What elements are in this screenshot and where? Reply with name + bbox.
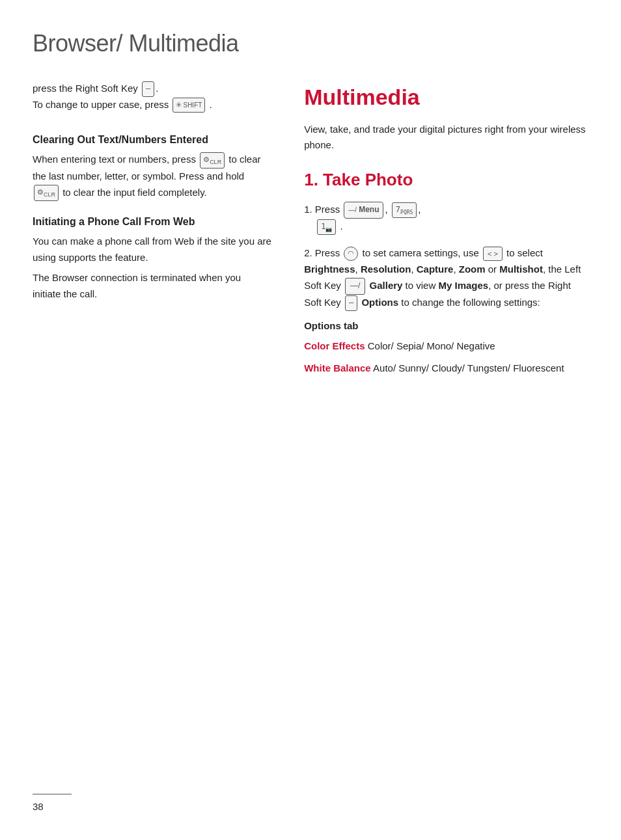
color-effects-values: Color/ Sepia/ Mono/ Negative	[368, 340, 495, 351]
step2-intro: 2. Press	[304, 247, 342, 258]
left-column: press the Right Soft Key —. To change to…	[33, 81, 297, 386]
section2-heading: Initiating a Phone Call From Web	[33, 214, 271, 230]
footer-left: 38	[33, 794, 72, 815]
white-balance-values: Auto/ Sunny/ Cloudy/ Tungsten/ Fluoresce…	[373, 362, 564, 373]
color-effects-label: Color Effects	[304, 340, 365, 351]
gallery-label: Gallery	[370, 280, 403, 291]
step2-text1: to set camera settings, use	[363, 247, 482, 258]
right-column: Multimedia View, take, and trade your di…	[297, 81, 588, 386]
gallery-soft-key-icon: —/	[345, 278, 365, 295]
options-soft-key-icon: —	[345, 295, 357, 311]
two-column-layout: press the Right Soft Key —. To change to…	[33, 81, 588, 386]
options-label: Options	[361, 297, 398, 308]
right-soft-key-icon: —	[142, 81, 154, 96]
clr-icon-2: ⚙CLR	[34, 185, 59, 201]
circle-up-icon: ◠	[344, 247, 358, 261]
multimedia-title: Multimedia	[304, 81, 588, 114]
color-effects-row: Color Effects Color/ Sepia/ Mono/ Negati…	[304, 338, 588, 355]
footer-line	[33, 794, 72, 794]
shift-icon: ✳ SHIFT	[172, 98, 205, 113]
section1-heading: Clearing Out Text/Numbers Entered	[33, 132, 271, 148]
clr-icon-1: ⚙CLR	[200, 152, 225, 169]
step1-number: 1. Press	[304, 204, 342, 215]
white-balance-row: White Balance Auto/ Sunny/ Cloudy/ Tungs…	[304, 360, 588, 377]
menu-button-icon: —/ Menu	[344, 202, 383, 219]
page: Browser/ Multimedia press the Right Soft…	[0, 0, 621, 840]
section2-body: You can make a phone call from Web if th…	[33, 234, 271, 302]
page-title: Browser/ Multimedia	[33, 26, 588, 61]
section2-para2: The Browser connection is terminated whe…	[33, 270, 271, 303]
section1-body: When entering text or numbers, press ⚙CL…	[33, 152, 271, 201]
multimedia-intro: View, take, and trade your digital pictu…	[304, 122, 588, 153]
step2-text4: to change the following settings:	[401, 297, 540, 308]
intro-text-before: press the Right Soft Key	[33, 83, 138, 94]
section2-para1: You can make a phone call from Web if th…	[33, 234, 271, 266]
intro-paragraph: press the Right Soft Key —. To change to…	[33, 81, 271, 113]
nav-icon: < >	[483, 247, 503, 261]
take-photo-title: 1. Take Photo	[304, 167, 588, 193]
7pqrs-icon: 7PQRS	[392, 202, 417, 219]
white-balance-label: White Balance	[304, 362, 371, 373]
page-number: 38	[33, 801, 44, 812]
options-tab-label: Options tab	[304, 318, 588, 334]
step-1: 1. Press —/ Menu , 7PQRS, 1📷 .	[304, 202, 588, 235]
step-2: 2. Press ◠ to set camera settings, use <…	[304, 245, 588, 376]
options-section: Options tab Color Effects Color/ Sepia/ …	[304, 318, 588, 377]
page-footer: 38	[33, 794, 588, 815]
1-icon: 1📷	[317, 219, 336, 236]
